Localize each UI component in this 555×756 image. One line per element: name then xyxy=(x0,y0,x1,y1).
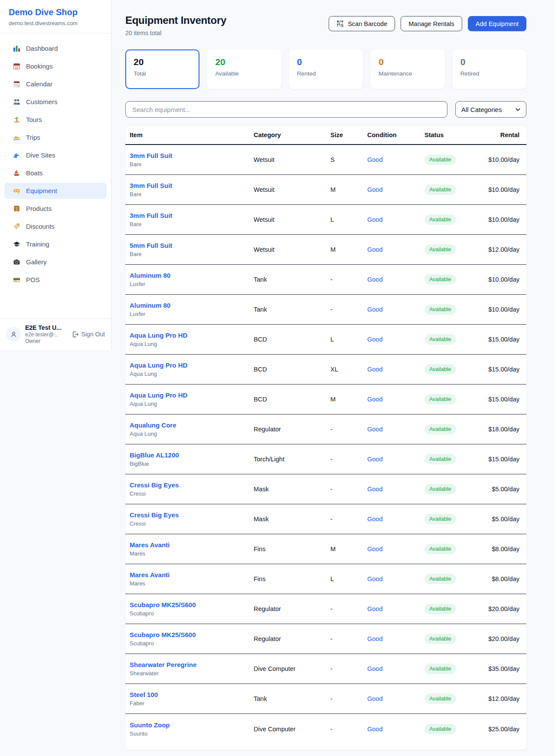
item-name-link[interactable]: Aluminum 80 xyxy=(130,272,253,279)
condition-link[interactable]: Good xyxy=(367,726,382,733)
condition-link[interactable]: Good xyxy=(367,516,382,523)
condition-link[interactable]: Good xyxy=(367,306,382,313)
sidebar-item-discounts[interactable]: Discounts xyxy=(4,218,107,234)
item-name-link[interactable]: 3mm Full Suit xyxy=(130,182,253,189)
rental-cell: $18.00/day xyxy=(481,426,519,433)
add-equipment-label: Add Equipment xyxy=(476,20,519,27)
item-name-link[interactable]: Aqua Lung Pro HD xyxy=(130,332,253,339)
search-input[interactable] xyxy=(125,101,447,118)
item-name-link[interactable]: Cressi Big Eyes xyxy=(130,481,253,489)
sidebar-item-customers[interactable]: Customers xyxy=(4,94,107,110)
condition-link[interactable]: Good xyxy=(367,605,382,612)
table-header-row: Item Category Size Condition Status Rent… xyxy=(125,126,526,145)
sidebar-item-label: Trips xyxy=(26,134,40,141)
item-name-link[interactable]: Cressi Big Eyes xyxy=(130,511,253,519)
condition-link[interactable]: Good xyxy=(367,665,382,672)
condition-link[interactable]: Good xyxy=(367,546,382,552)
sidebar-item-trips[interactable]: Trips xyxy=(4,129,107,145)
page-title: Equipment Inventory xyxy=(125,14,226,26)
manage-rentals-button[interactable]: Manage Rentals xyxy=(401,16,462,31)
condition-cell: Good xyxy=(366,216,424,223)
stat-card-retired[interactable]: 0Retired xyxy=(452,49,526,89)
item-name-link[interactable]: Steel 100 xyxy=(130,691,253,698)
status-badge: Available xyxy=(424,334,456,345)
sidebar-item-equipment[interactable]: Equipment xyxy=(4,183,107,199)
scan-barcode-button[interactable]: Scan Barcode xyxy=(329,16,395,31)
item-name-link[interactable]: Aqualung Core xyxy=(130,421,253,429)
stat-card-maintenance[interactable]: 0Maintenance xyxy=(370,49,444,89)
item-name-link[interactable]: 3mm Full Suit xyxy=(130,212,253,219)
condition-link[interactable]: Good xyxy=(367,575,382,582)
table-row: Mares AvantiMaresFinsLGoodAvailable$8.00… xyxy=(125,564,526,594)
item-brand: Mares xyxy=(130,550,253,557)
item-name-link[interactable]: Shearwater Peregrine xyxy=(130,661,253,668)
column-header-item: Item xyxy=(129,131,253,138)
condition-link[interactable]: Good xyxy=(367,695,382,702)
sidebar-item-training[interactable]: Training xyxy=(4,236,107,252)
condition-link[interactable]: Good xyxy=(367,336,382,343)
sidebar-item-dashboard[interactable]: Dashboard xyxy=(4,40,107,56)
category-select[interactable]: All Categories xyxy=(455,101,526,118)
item-name-link[interactable]: BigBlue AL1200 xyxy=(130,451,253,459)
category-cell: Tank xyxy=(253,695,330,702)
condition-cell: Good xyxy=(366,456,424,463)
item-name-link[interactable]: Aqua Lung Pro HD xyxy=(130,362,253,369)
item-name-link[interactable]: Suunto Zoop xyxy=(130,721,253,729)
condition-cell: Good xyxy=(366,575,424,582)
condition-link[interactable]: Good xyxy=(367,635,382,642)
status-badge: Available xyxy=(424,214,456,225)
stat-card-available[interactable]: 20Available xyxy=(207,49,281,89)
sidebar-item-boats[interactable]: Boats xyxy=(4,165,107,181)
sidebar-item-bookings[interactable]: 17Bookings xyxy=(4,58,107,74)
condition-link[interactable]: Good xyxy=(367,186,382,193)
status-cell: Available xyxy=(424,184,481,195)
status-cell: Available xyxy=(424,664,481,674)
category-cell: BCD xyxy=(253,366,330,373)
category-cell: Wetsuit xyxy=(253,246,330,253)
condition-link[interactable]: Good xyxy=(367,486,382,493)
brand-title[interactable]: Demo Dive Shop xyxy=(9,7,102,17)
condition-link[interactable]: Good xyxy=(367,366,382,373)
item-cell: Aqualung CoreAqua Lung xyxy=(129,421,253,437)
condition-link[interactable]: Good xyxy=(367,156,382,163)
sidebar-item-products[interactable]: Products xyxy=(4,201,107,217)
sidebar-item-pos[interactable]: POS xyxy=(4,272,107,288)
condition-link[interactable]: Good xyxy=(367,456,382,463)
item-name-link[interactable]: Scubapro MK25/S600 xyxy=(130,631,253,638)
add-equipment-button[interactable]: Add Equipment xyxy=(468,16,526,31)
item-name-link[interactable]: 5mm Full Suit xyxy=(130,242,253,249)
condition-link[interactable]: Good xyxy=(367,276,382,283)
stat-card-total[interactable]: 20Total xyxy=(125,49,199,89)
rental-cell: $12.00/day xyxy=(481,695,519,702)
sign-out-button[interactable]: Sign Out xyxy=(72,331,105,338)
item-name-link[interactable]: Aluminum 80 xyxy=(130,302,253,309)
sidebar-item-dive-sites[interactable]: Dive Sites xyxy=(4,147,107,163)
item-name-link[interactable]: 3mm Full Suit xyxy=(130,152,253,159)
rental-cell: $8.00/day xyxy=(481,575,519,582)
item-name-link[interactable]: Scubapro MK25/S600 xyxy=(130,601,253,608)
status-cell: Available xyxy=(424,334,481,345)
item-cell: Aqua Lung Pro HDAqua Lung xyxy=(129,391,253,407)
sign-out-label: Sign Out xyxy=(82,331,105,338)
header-actions: Scan Barcode Manage Rentals Add Equipmen… xyxy=(329,16,526,31)
item-brand: Scubapro xyxy=(130,640,253,647)
item-name-link[interactable]: Mares Avanti xyxy=(130,571,253,579)
rental-cell: $35.00/day xyxy=(481,665,519,672)
condition-link[interactable]: Good xyxy=(367,396,382,403)
item-name-link[interactable]: Aqua Lung Pro HD xyxy=(130,391,253,399)
sidebar-item-tours[interactable]: Tours xyxy=(4,112,107,128)
condition-link[interactable]: Good xyxy=(367,246,382,253)
status-badge: Available xyxy=(424,634,456,644)
item-brand: Aqua Lung xyxy=(130,401,253,407)
condition-link[interactable]: Good xyxy=(367,426,382,433)
user-role: Owner xyxy=(25,338,62,345)
stat-card-rented[interactable]: 0Rented xyxy=(289,49,363,89)
item-name-link[interactable]: Mares Avanti xyxy=(130,541,253,549)
sidebar-item-calendar[interactable]: Calendar xyxy=(4,76,107,92)
condition-link[interactable]: Good xyxy=(367,216,382,223)
trips-icon xyxy=(13,134,20,141)
condition-cell: Good xyxy=(366,276,424,283)
sidebar-item-gallery[interactable]: Gallery xyxy=(4,254,107,270)
condition-cell: Good xyxy=(366,635,424,642)
item-cell: Mares AvantiMares xyxy=(129,571,253,587)
